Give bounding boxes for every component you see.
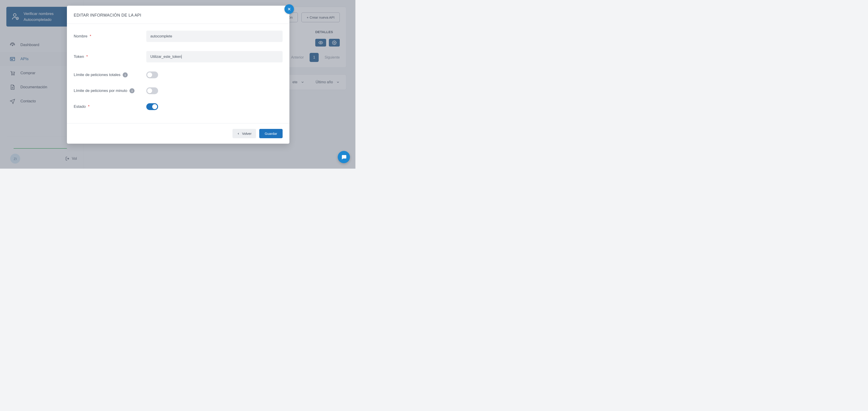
name-label: Nombre * (74, 34, 146, 38)
info-icon[interactable]: i (123, 72, 128, 78)
token-input[interactable]: Utilizar_este_token (146, 51, 283, 62)
field-name: Nombre * (74, 31, 283, 42)
info-icon[interactable]: i (129, 88, 134, 93)
edit-api-modal: EDITAR INFORMACIÓN DE LA API Nombre * To… (67, 6, 289, 144)
status-toggle[interactable] (146, 103, 158, 110)
field-limit-minute: Límite de peticiones por minuto i (74, 87, 283, 94)
chat-widget-button[interactable] (338, 151, 350, 163)
field-status: Estado * (74, 103, 283, 110)
chat-icon (341, 154, 347, 160)
modal-close-button[interactable] (284, 4, 294, 14)
save-button[interactable]: Guardar (259, 129, 283, 138)
status-label: Estado * (74, 105, 146, 109)
modal-footer: Volver Guardar (67, 123, 289, 144)
limit-minute-toggle[interactable] (146, 87, 158, 94)
token-label: Token * (74, 55, 146, 59)
limit-minute-label: Límite de peticiones por minuto i (74, 88, 146, 93)
modal-header: EDITAR INFORMACIÓN DE LA API (67, 6, 289, 24)
limit-total-label: Límite de peticiones totales i (74, 72, 146, 78)
modal-title: EDITAR INFORMACIÓN DE LA API (74, 13, 283, 18)
back-button[interactable]: Volver (232, 129, 256, 138)
chevron-left-icon (237, 132, 240, 135)
name-input[interactable] (146, 31, 283, 42)
field-limit-total: Límite de peticiones totales i (74, 71, 283, 78)
limit-total-toggle[interactable] (146, 71, 158, 78)
modal-body: Nombre * Token * Utilizar_este_token Lím… (67, 24, 289, 123)
close-icon (287, 7, 291, 11)
field-token: Token * Utilizar_este_token (74, 51, 283, 62)
